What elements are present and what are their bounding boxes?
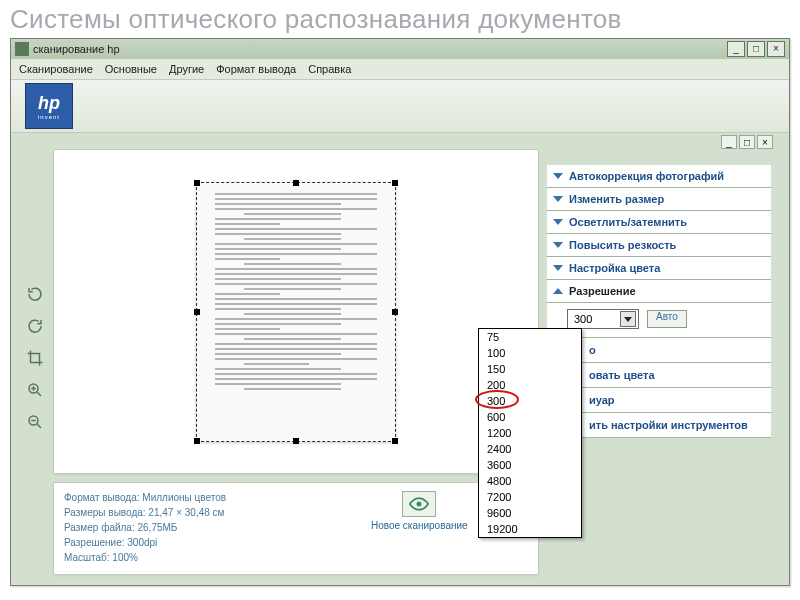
left-toolbar bbox=[21, 143, 49, 575]
info-text: Формат вывода: Миллионы цветов Размеры в… bbox=[64, 491, 361, 566]
crop-handle[interactable] bbox=[392, 309, 398, 315]
section-autocorrect[interactable]: Автокоррекция фотографий bbox=[547, 165, 771, 188]
tool-label: о bbox=[589, 344, 596, 356]
dpi-option[interactable]: 300 bbox=[479, 393, 581, 409]
chevron-down-icon bbox=[553, 196, 563, 202]
chevron-up-icon bbox=[553, 288, 563, 294]
section-label: Автокоррекция фотографий bbox=[569, 170, 724, 182]
highlight-ellipse bbox=[475, 390, 519, 409]
menu-main[interactable]: Основные bbox=[105, 63, 157, 75]
menu-help[interactable]: Справка bbox=[308, 63, 351, 75]
app-icon bbox=[15, 42, 29, 56]
subwindow-controls: _ □ × bbox=[721, 135, 773, 149]
svg-point-2 bbox=[417, 502, 422, 507]
new-scan-label: Новое сканирование bbox=[371, 520, 468, 531]
app-window: сканирование hp _ □ × Сканирование Основ… bbox=[10, 38, 790, 586]
section-sharpen[interactable]: Повысить резкость bbox=[547, 234, 771, 257]
menubar: Сканирование Основные Другие Формат выво… bbox=[11, 59, 789, 79]
dpi-option[interactable]: 150 bbox=[479, 361, 581, 377]
crop-handle[interactable] bbox=[194, 180, 200, 186]
new-scan-button[interactable]: Новое сканирование bbox=[371, 491, 468, 531]
maximize-button[interactable]: □ bbox=[747, 41, 765, 57]
crop-handle[interactable] bbox=[392, 438, 398, 444]
dpi-option[interactable]: 19200 bbox=[479, 521, 581, 537]
hp-logo-brand: hp bbox=[38, 93, 60, 114]
scanned-page[interactable] bbox=[196, 182, 396, 442]
minimize-button[interactable]: _ bbox=[727, 41, 745, 57]
chevron-down-icon bbox=[553, 265, 563, 271]
chevron-down-icon bbox=[553, 219, 563, 225]
section-resolution[interactable]: Разрешение bbox=[547, 280, 771, 303]
zoom-out-icon[interactable] bbox=[24, 411, 46, 433]
section-label: Осветлить/затемнить bbox=[569, 216, 687, 228]
section-label: Повысить резкость bbox=[569, 239, 676, 251]
chevron-down-icon bbox=[553, 242, 563, 248]
page-heading: Системы оптического распознавания докуме… bbox=[0, 0, 800, 41]
menu-other[interactable]: Другие bbox=[169, 63, 204, 75]
section-label: Изменить размер bbox=[569, 193, 664, 205]
dpi-option[interactable]: 200 bbox=[479, 377, 581, 393]
rotate-right-icon[interactable] bbox=[24, 315, 46, 337]
section-label: Настройка цвета bbox=[569, 262, 660, 274]
dpi-option[interactable]: 2400 bbox=[479, 441, 581, 457]
section-label: Разрешение bbox=[569, 285, 636, 297]
dpi-select[interactable]: 300 bbox=[567, 309, 639, 329]
header-strip: hp invent bbox=[11, 79, 789, 133]
info-filesize: Размер файла: 26,75МБ bbox=[64, 521, 361, 535]
menu-scan[interactable]: Сканирование bbox=[19, 63, 93, 75]
tool-label: ить настройки инструментов bbox=[589, 419, 748, 431]
dpi-option[interactable]: 1200 bbox=[479, 425, 581, 441]
titlebar[interactable]: сканирование hp _ □ × bbox=[11, 39, 789, 59]
close-button[interactable]: × bbox=[767, 41, 785, 57]
section-brightness[interactable]: Осветлить/затемнить bbox=[547, 211, 771, 234]
crop-icon[interactable] bbox=[24, 347, 46, 369]
hp-logo: hp invent bbox=[25, 83, 73, 129]
dpi-option[interactable]: 100 bbox=[479, 345, 581, 361]
dpi-option[interactable]: 4800 bbox=[479, 473, 581, 489]
chevron-down-icon bbox=[553, 173, 563, 179]
dpi-option[interactable]: 9600 bbox=[479, 505, 581, 521]
hp-logo-sub: invent bbox=[38, 114, 60, 120]
dpi-value: 300 bbox=[574, 313, 592, 325]
tool-label: иуар bbox=[589, 394, 615, 406]
zoom-in-icon[interactable] bbox=[24, 379, 46, 401]
section-resize[interactable]: Изменить размер bbox=[547, 188, 771, 211]
info-resolution: Разрешение: 300dpi bbox=[64, 536, 361, 550]
dpi-option[interactable]: 7200 bbox=[479, 489, 581, 505]
eye-icon bbox=[402, 491, 436, 517]
sub-close-button[interactable]: × bbox=[757, 135, 773, 149]
menu-output-format[interactable]: Формат вывода bbox=[216, 63, 296, 75]
tool-label: овать цвета bbox=[589, 369, 655, 381]
preview-card bbox=[53, 149, 539, 474]
auto-button[interactable]: Авто bbox=[647, 310, 687, 328]
dpi-option[interactable]: 600 bbox=[479, 409, 581, 425]
crop-handle[interactable] bbox=[392, 180, 398, 186]
rotate-left-icon[interactable] bbox=[24, 283, 46, 305]
window-title: сканирование hp bbox=[33, 43, 120, 55]
center-column: Формат вывода: Миллионы цветов Размеры в… bbox=[49, 143, 547, 575]
sub-maximize-button[interactable]: □ bbox=[739, 135, 755, 149]
crop-handle[interactable] bbox=[194, 438, 200, 444]
info-format: Формат вывода: Миллионы цветов bbox=[64, 491, 361, 505]
body-area: _ □ × bbox=[11, 133, 789, 585]
section-color[interactable]: Настройка цвета bbox=[547, 257, 771, 280]
crop-handle[interactable] bbox=[293, 438, 299, 444]
info-dimensions: Размеры вывода: 21,47 × 30,48 см bbox=[64, 506, 361, 520]
sub-minimize-button[interactable]: _ bbox=[721, 135, 737, 149]
dropdown-arrow-icon[interactable] bbox=[620, 311, 636, 327]
info-card: Формат вывода: Миллионы цветов Размеры в… bbox=[53, 482, 539, 575]
dpi-dropdown-list[interactable]: 7510015020030060012002400360048007200960… bbox=[478, 328, 582, 538]
dpi-option[interactable]: 3600 bbox=[479, 457, 581, 473]
info-zoom: Масштаб: 100% bbox=[64, 551, 361, 565]
crop-handle[interactable] bbox=[194, 309, 200, 315]
dpi-option[interactable]: 75 bbox=[479, 329, 581, 345]
crop-handle[interactable] bbox=[293, 180, 299, 186]
scanned-text-placeholder bbox=[215, 193, 377, 431]
